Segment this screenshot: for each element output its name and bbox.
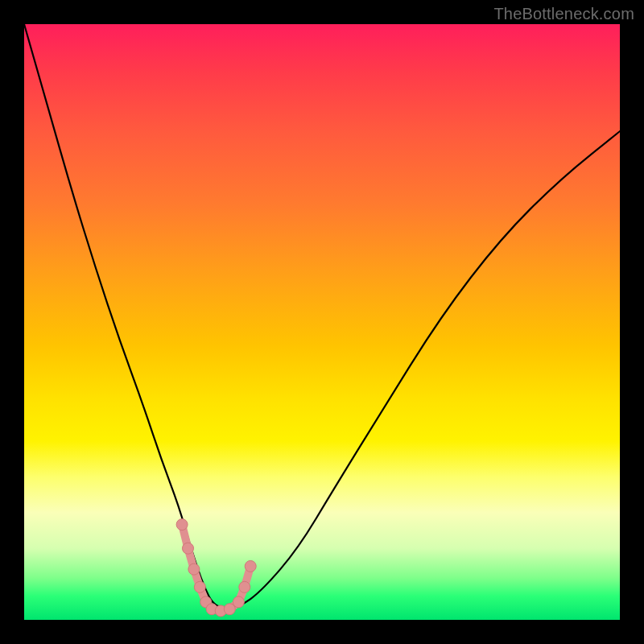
trough-marker xyxy=(194,581,205,592)
trough-marker xyxy=(188,564,200,575)
trough-marker xyxy=(239,581,250,592)
bottleneck-curve xyxy=(24,24,620,608)
watermark-text: TheBottleneck.com xyxy=(493,5,634,23)
plot-area xyxy=(24,24,620,620)
chart-svg xyxy=(24,24,620,620)
trough-marker xyxy=(176,519,188,530)
trough-marker xyxy=(183,543,194,554)
chart-frame: TheBottleneck.com xyxy=(0,0,644,644)
trough-marker xyxy=(245,560,256,572)
trough-marker xyxy=(233,597,244,608)
